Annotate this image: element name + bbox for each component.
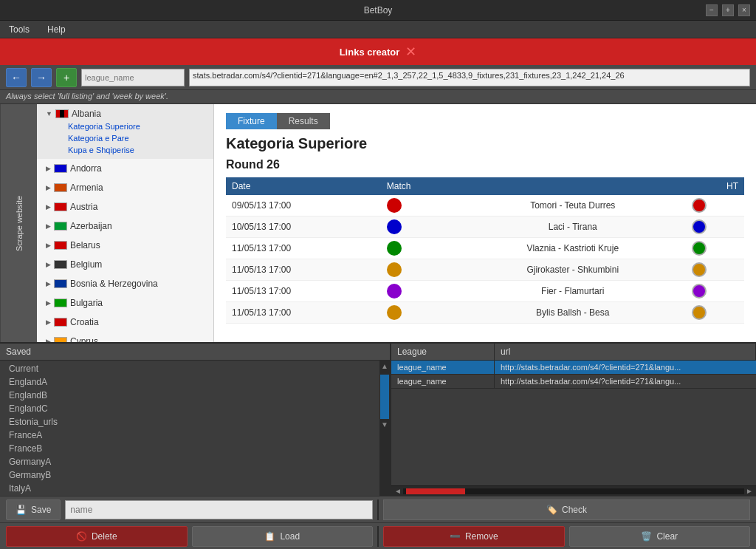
table-row[interactable]: 11/05/13 17:00 Vlaznia - Kastrioti Kruje xyxy=(226,238,744,259)
load-icon: 📋 xyxy=(264,531,275,542)
tab-other[interactable]: Results xyxy=(277,113,330,129)
check-label: Check xyxy=(562,505,587,515)
back-button[interactable]: ← xyxy=(6,68,27,87)
flag-7 xyxy=(54,299,67,307)
fixture-badge xyxy=(686,259,744,281)
menu-help[interactable]: Help xyxy=(43,23,70,36)
fixture-date: 11/05/13 17:00 xyxy=(226,238,381,259)
col-date: Date xyxy=(226,177,381,195)
fixture-date: 10/05/13 17:00 xyxy=(226,216,381,238)
saved-list-item[interactable]: ItalyA xyxy=(0,482,379,495)
albania-league-2[interactable]: Kupa e Shqiperise xyxy=(65,144,207,156)
save-label: Save xyxy=(31,505,51,515)
arrow-7: ▶ xyxy=(46,299,51,307)
albania-flag xyxy=(55,109,69,118)
fixture-match: Tomori - Teuta Durres xyxy=(459,195,686,216)
fixture-match: Fier - Flamurtari xyxy=(459,281,686,302)
country-header-4[interactable]: ▶ Belarus xyxy=(43,239,207,252)
flag-5 xyxy=(54,260,67,269)
scroll-up-arrow[interactable]: ▲ xyxy=(379,361,390,372)
col-badge xyxy=(459,177,686,195)
table-row[interactable]: 11/05/13 17:00 Fier - Flamurtari xyxy=(226,281,744,302)
saved-list-item[interactable]: GermanyB xyxy=(0,468,379,482)
league-row[interactable]: league_name http://stats.betradar.com/s4… xyxy=(391,375,756,389)
country-section-andorra: ▶ Andorra xyxy=(37,159,213,178)
albania-leagues: Kategoria Superiore Kategoria e Pare Kup… xyxy=(43,120,207,156)
country-header-3[interactable]: ▶ Azerbaijan xyxy=(43,219,207,233)
flag-6 xyxy=(54,279,67,288)
saved-list-item[interactable]: EnglandA xyxy=(0,375,379,389)
country-header-5[interactable]: ▶ Belgium xyxy=(43,258,207,271)
albania-header[interactable]: ▼ Albania xyxy=(43,107,207,120)
minimize-button[interactable]: − xyxy=(706,4,718,16)
save-button[interactable]: 💾 Save xyxy=(6,499,61,520)
scroll-down-arrow[interactable]: ▼ xyxy=(379,419,390,430)
scroll-thumb[interactable] xyxy=(380,375,389,419)
country-name-0: Andorra xyxy=(70,163,102,174)
h-scroll-thumb[interactable] xyxy=(406,488,465,494)
clear-button[interactable]: 🗑️ Clear xyxy=(569,526,751,547)
fixture-match: Vlaznia - Kastrioti Kruje xyxy=(459,238,686,259)
country-name-8: Croatia xyxy=(70,317,99,327)
country-header-9[interactable]: ▶ Cyprus xyxy=(43,335,207,342)
fixture-date: 11/05/13 17:00 xyxy=(226,302,381,324)
app-title: BetBoy xyxy=(50,5,706,16)
table-row[interactable]: 09/05/13 17:00 Tomori - Teuta Durres xyxy=(226,195,744,216)
fixture-badge xyxy=(686,281,744,302)
albania-league-0[interactable]: Kategoria Superiore xyxy=(65,120,207,132)
links-creator-label: Links creator xyxy=(340,47,400,58)
league-name-input[interactable] xyxy=(81,69,185,86)
country-section-austria: ▶ Austria xyxy=(37,197,213,216)
remove-button[interactable]: ➖ Remove xyxy=(383,526,565,547)
flag-8 xyxy=(54,318,67,327)
check-button[interactable]: 🏷️ Check xyxy=(383,499,750,520)
saved-list-item[interactable]: FranceA xyxy=(0,429,379,442)
league-data: league_name http://stats.betradar.com/s4… xyxy=(391,361,756,485)
maximize-button[interactable]: + xyxy=(722,4,734,16)
country-header-6[interactable]: ▶ Bosnia & Herzegovina xyxy=(43,277,207,290)
league-row[interactable]: league_name http://stats.betradar.com/s4… xyxy=(391,361,756,375)
name-input[interactable] xyxy=(65,500,373,519)
albania-league-1[interactable]: Kategoria e Pare xyxy=(65,132,207,144)
country-header-1[interactable]: ▶ Armenia xyxy=(43,181,207,194)
country-header-7[interactable]: ▶ Bulgaria xyxy=(43,296,207,310)
saved-list-item[interactable]: Current xyxy=(0,362,379,375)
arrow-0: ▶ xyxy=(46,165,51,172)
fixtures-table: Date Match HT 09/05/13 17:00 Tomori - Te… xyxy=(226,177,744,324)
toolbar: ← → + stats.betradar.com/s4/?clientid=27… xyxy=(0,65,756,90)
albania-name: Albania xyxy=(72,109,101,119)
close-icon[interactable]: ✕ xyxy=(405,44,416,60)
country-header-0[interactable]: ▶ Andorra xyxy=(43,162,207,175)
saved-list-item[interactable]: GermanyA xyxy=(0,455,379,468)
menu-tools[interactable]: Tools xyxy=(4,23,34,36)
h-scroll-right[interactable]: ► xyxy=(744,487,755,495)
arrow-4: ▶ xyxy=(46,242,51,249)
save-icon: 💾 xyxy=(16,505,27,515)
country-header-8[interactable]: ▶ Croatia xyxy=(43,316,207,329)
saved-list-item[interactable]: Estonia_urls xyxy=(0,415,379,429)
delete-load-bar: 🚫 Delete 📋 Load ➖ Remove 🗑️ Clear xyxy=(0,522,756,549)
country-header-2[interactable]: ▶ Austria xyxy=(43,200,207,214)
country-section-belarus: ▶ Belarus xyxy=(37,236,213,255)
links-creator-bar: Links creator ✕ xyxy=(0,38,756,65)
load-button[interactable]: 📋 Load xyxy=(192,526,374,547)
h-scroll-left[interactable]: ◄ xyxy=(393,487,403,495)
table-row[interactable]: 10/05/13 17:00 Laci - Tirana xyxy=(226,216,744,238)
divider xyxy=(377,499,379,520)
fixture-icon xyxy=(381,259,459,281)
delete-button[interactable]: 🚫 Delete xyxy=(6,526,188,547)
forward-button[interactable]: → xyxy=(31,68,52,87)
table-row[interactable]: 11/05/13 17:00 Bylis Ballsh - Besa xyxy=(226,302,744,324)
add-button[interactable]: + xyxy=(56,68,77,87)
saved-list-item[interactable]: FranceB xyxy=(0,442,379,455)
country-section-cyprus: ▶ Cyprus xyxy=(37,332,213,342)
save-check-bar: 💾 Save 🏷️ Check xyxy=(0,496,756,522)
close-button[interactable]: × xyxy=(738,4,750,16)
table-row[interactable]: 11/05/13 17:00 Gjirokaster - Shkumbini xyxy=(226,259,744,281)
fixture-date: 11/05/13 17:00 xyxy=(226,259,381,281)
country-section-bosnia-&-herzegovina: ▶ Bosnia & Herzegovina xyxy=(37,274,213,293)
fixture-match: Gjirokaster - Shkumbini xyxy=(459,259,686,281)
tab-fixture[interactable]: Fixture xyxy=(226,113,277,129)
saved-list-item[interactable]: EnglandB xyxy=(0,389,379,402)
saved-list-item[interactable]: EnglandC xyxy=(0,402,379,415)
